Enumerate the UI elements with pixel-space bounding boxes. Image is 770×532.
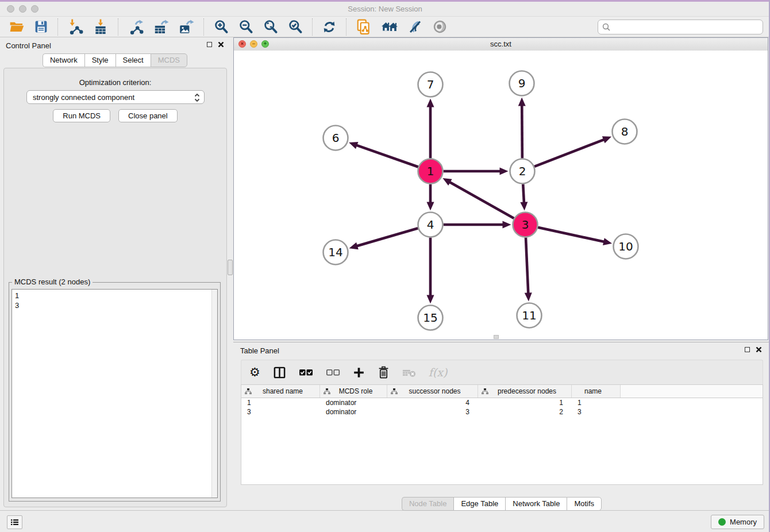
cell-shared-name: 1: [241, 399, 320, 407]
cell-successor-nodes: 3: [387, 408, 478, 416]
unchecked-boxes-icon: [326, 368, 340, 377]
import-network-icon: [67, 19, 83, 35]
task-history-button[interactable]: [7, 515, 22, 529]
column-header-predecessor-nodes[interactable]: predecessor nodes: [478, 385, 572, 398]
delete-table-button[interactable]: [402, 368, 416, 377]
table-row[interactable]: 3dominator323: [241, 407, 763, 417]
close-panel-icon[interactable]: [218, 41, 224, 48]
table-row[interactable]: 1dominator411: [241, 398, 763, 407]
create-column-button[interactable]: [353, 367, 365, 379]
float-panel-icon[interactable]: [207, 42, 212, 47]
column-header-shared-name[interactable]: shared name: [241, 385, 320, 398]
graph-node-label-9: 9: [518, 76, 526, 90]
show-hide-button[interactable]: [431, 18, 449, 36]
toolbar-separator: [346, 18, 346, 36]
result-scrollbar[interactable]: [211, 290, 217, 498]
cell-MCDS-role: dominator: [320, 399, 387, 407]
plus-icon: [353, 367, 365, 379]
mcds-result-fieldset: MCDS result (2 nodes) 1 3: [9, 282, 221, 502]
network-titlebar[interactable]: × − + scc.txt: [234, 38, 768, 51]
graph-node-label-7: 7: [427, 78, 434, 91]
close-panel-button[interactable]: Close panel: [118, 109, 178, 122]
import-table-button[interactable]: [91, 18, 110, 36]
export-image-button[interactable]: [177, 18, 195, 36]
first-neighbors-button[interactable]: [380, 18, 399, 36]
tab-network-table[interactable]: Network Table: [505, 497, 567, 511]
graph-edge-3-10[interactable]: [538, 228, 605, 242]
run-mcds-button[interactable]: Run MCDS: [53, 109, 110, 122]
node-table[interactable]: shared nameMCDS rolesuccessor nodesprede…: [241, 384, 763, 485]
apply-layout-button[interactable]: [321, 18, 338, 36]
graph-edge-arrowhead: [349, 142, 358, 149]
toolbar-separator: [57, 18, 58, 36]
tab-mcds[interactable]: MCDS: [151, 53, 187, 67]
export-table-icon: [153, 19, 169, 35]
graph-edge-arrowhead: [349, 242, 359, 249]
float-table-panel-icon[interactable]: [745, 347, 750, 352]
zoom-in-button[interactable]: [212, 18, 230, 36]
graph-edge-2-3[interactable]: [523, 184, 524, 203]
column-header-MCDS-role[interactable]: MCDS role: [320, 385, 387, 398]
graph-edge-3-1[interactable]: [449, 182, 514, 218]
select-all-columns-button[interactable]: [299, 368, 313, 377]
graph-edge-2-8[interactable]: [534, 140, 605, 167]
save-session-button[interactable]: [33, 18, 49, 36]
function-builder-button[interactable]: f(x): [429, 366, 448, 379]
tab-select[interactable]: Select: [116, 53, 151, 67]
tab-style[interactable]: Style: [84, 53, 116, 67]
memory-status-icon: [718, 518, 726, 526]
graph-edge-2-9[interactable]: [522, 105, 522, 158]
list-icon: [11, 518, 18, 526]
mcds-result-item: 1: [12, 290, 217, 300]
main-toolbar: [0, 17, 770, 37]
column-header-successor-nodes[interactable]: successor nodes: [387, 385, 478, 398]
mcds-result-list[interactable]: 1 3: [11, 289, 218, 498]
tab-node-table[interactable]: Node Table: [402, 497, 454, 511]
graph-edge-3-11[interactable]: [526, 237, 528, 294]
table-toolbar: ⚙ f(x): [241, 360, 763, 384]
export-image-icon: [178, 19, 194, 35]
memory-button[interactable]: Memory: [711, 515, 764, 529]
mcds-result-item: 3: [12, 300, 217, 310]
stepper-icon: [194, 92, 201, 103]
graphics-details-button[interactable]: [406, 18, 424, 36]
graph-node-label-11: 11: [522, 309, 536, 322]
save-floppy-icon: [34, 20, 48, 34]
table-options-button[interactable]: ⚙: [249, 367, 260, 379]
tab-network[interactable]: Network: [43, 53, 84, 67]
export-table-button[interactable]: [152, 18, 170, 36]
canvas-scroll-handle[interactable]: [494, 335, 499, 339]
import-network-button[interactable]: [66, 18, 84, 36]
open-session-button[interactable]: [8, 18, 26, 36]
zoom-selected-button[interactable]: [286, 18, 304, 36]
zoom-out-icon: [238, 19, 253, 34]
delete-columns-button[interactable]: [378, 366, 390, 379]
selected-option: strongly connected component: [33, 93, 134, 102]
delete-table-icon: [402, 368, 416, 377]
node-table-body: 1dominator4113dominator323: [241, 398, 763, 417]
close-table-panel-icon[interactable]: [756, 346, 762, 353]
tab-motifs[interactable]: Motifs: [567, 497, 602, 511]
zoom-in-icon: [213, 19, 229, 34]
clone-network-icon: [356, 19, 372, 35]
toggle-panel-button[interactable]: [273, 366, 286, 379]
clone-network-button[interactable]: [355, 18, 373, 36]
export-network-button[interactable]: [126, 18, 145, 36]
graph-edge-4-14[interactable]: [356, 228, 418, 246]
memory-label: Memory: [730, 518, 757, 526]
network-canvas[interactable]: 7968124314101511: [234, 51, 768, 340]
panel-splitter-handle[interactable]: [228, 260, 233, 275]
search-input[interactable]: [598, 20, 763, 34]
unselect-all-columns-button[interactable]: [326, 368, 340, 377]
graph-edge-arrowhead: [603, 238, 612, 245]
column-header-name[interactable]: name: [572, 385, 621, 398]
optimization-criterion-select[interactable]: strongly connected component: [26, 90, 205, 104]
zoom-fit-button[interactable]: [261, 18, 279, 36]
graph-edge-1-6[interactable]: [356, 145, 418, 167]
zoom-fit-icon: [263, 19, 278, 34]
graph-edge-arrowhead: [500, 168, 509, 175]
zoom-out-button[interactable]: [237, 18, 255, 36]
mcds-result-title: MCDS result (2 nodes): [12, 277, 93, 286]
eye-icon: [432, 19, 448, 34]
tab-edge-table[interactable]: Edge Table: [453, 497, 505, 511]
